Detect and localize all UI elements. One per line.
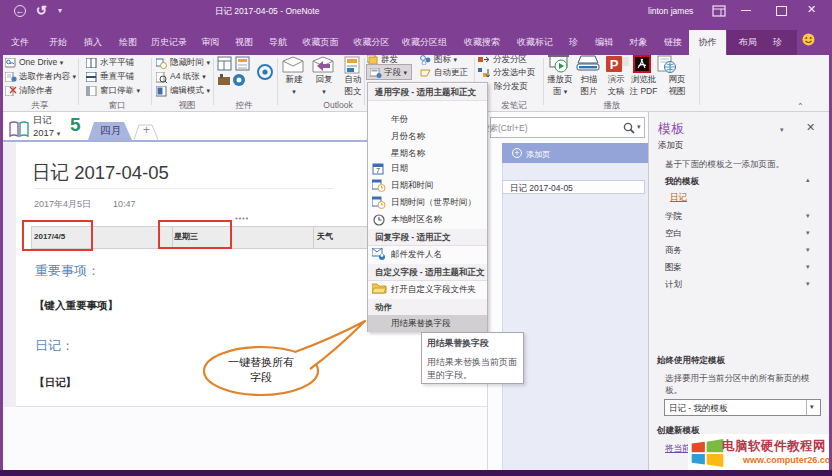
svg-text:7: 7 <box>376 167 380 174</box>
svg-text:P: P <box>610 57 619 72</box>
